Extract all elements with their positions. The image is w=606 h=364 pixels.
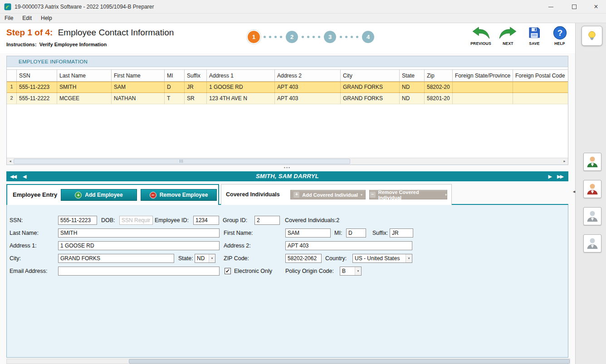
suffix-input[interactable]: [390, 228, 413, 238]
policy-origin-select[interactable]: B ▾: [340, 267, 362, 276]
group-id-label: Group ID:: [223, 216, 247, 225]
step-dot: [274, 36, 277, 38]
menu-file[interactable]: File: [5, 15, 13, 21]
hint-button[interactable]: [582, 26, 602, 46]
person-gray-icon: [586, 209, 599, 223]
help-label: HELP: [547, 41, 572, 46]
state-value: ND: [195, 255, 209, 262]
add-employee-button[interactable]: + Add Employee: [61, 189, 137, 201]
first-name-input[interactable]: [285, 228, 331, 238]
save-button[interactable]: SAVE: [522, 25, 547, 46]
scroll-grip-icon[interactable]: [180, 160, 183, 163]
column-header-mi[interactable]: MI: [165, 70, 185, 81]
cell-address1: 1 GOOSE RD: [207, 82, 275, 93]
grid-row-selected[interactable]: 1 555-11-2223 SMITH SAM D JR 1 GOOSE RD …: [7, 82, 568, 93]
employee-avatar-button-1[interactable]: [583, 153, 601, 171]
person-gray-icon: [586, 237, 599, 250]
city-input[interactable]: [58, 254, 174, 263]
grid-row[interactable]: 2 555-11-2222 MCGEE NATHAN T SR 123 4TH …: [7, 93, 568, 104]
group-id-input[interactable]: [254, 216, 280, 225]
splitter-handle[interactable]: •••: [6, 166, 568, 170]
floppy-disk-icon: [522, 25, 547, 40]
app-icon: [4, 3, 11, 10]
column-header-zip[interactable]: Zip: [425, 70, 453, 81]
employee-grid: EMPLOYEE INFORMATION SSN Last Name First…: [6, 56, 568, 165]
last-name-input[interactable]: [58, 228, 220, 238]
bottom-horizontal-scrollbar[interactable]: [6, 359, 570, 364]
employee-avatar-button-3[interactable]: [583, 207, 601, 225]
employee-avatar-button-2[interactable]: [583, 180, 601, 198]
column-header-address2[interactable]: Address 2: [275, 70, 341, 81]
collapse-sidebar-icon[interactable]: ◀: [572, 186, 576, 197]
grid-horizontal-scrollbar[interactable]: ◂ ▸: [7, 158, 568, 165]
menu-help[interactable]: Help: [41, 15, 52, 21]
state-select[interactable]: ND ▾: [195, 254, 215, 263]
page-title: Employee Contact Information: [58, 28, 174, 37]
cell-mi: T: [165, 93, 185, 104]
previous-label: PREVIOUS: [468, 41, 494, 46]
minimize-button[interactable]: [541, 0, 561, 14]
email-input[interactable]: [58, 267, 220, 276]
employee-avatar-button-4[interactable]: [583, 234, 601, 252]
scroll-right-button[interactable]: ▸: [561, 158, 568, 165]
column-header-foreign-postal[interactable]: Foreign Postal Code: [513, 70, 568, 81]
zip-input[interactable]: [285, 254, 322, 263]
policy-origin-label: Policy Origin Code:: [285, 267, 334, 276]
previous-record-button[interactable]: ◀: [23, 171, 26, 181]
next-label: NEXT: [495, 41, 521, 46]
column-header-address1[interactable]: Address 1: [207, 70, 275, 81]
maximize-button[interactable]: [564, 0, 584, 14]
cell-first-name: SAM: [112, 82, 165, 93]
bottom-scroll-thumb[interactable]: [129, 359, 570, 364]
cell-state: ND: [400, 93, 425, 104]
previous-button[interactable]: PREVIOUS: [468, 25, 494, 46]
save-label: SAVE: [522, 41, 547, 46]
previous-arrow-icon: [468, 25, 494, 40]
step-label: Step 1 of 4:: [6, 28, 53, 37]
column-header-last-name[interactable]: Last Name: [57, 70, 112, 81]
address1-input[interactable]: [58, 241, 220, 250]
column-header-suffix[interactable]: Suffix: [185, 70, 207, 81]
last-record-button[interactable]: ▶▶: [557, 171, 563, 181]
window-title: 19-0000073 Aatrix Software - 2022 1095/1…: [15, 4, 154, 10]
employee-id-input[interactable]: [193, 216, 219, 225]
column-header-foreign-state[interactable]: Foreign State/Province: [453, 70, 513, 81]
menu-bar: File Edit Help: [0, 14, 606, 23]
record-nav-bar: ◀◀ ◀ SMITH, SAM DARRYL ▶ ▶▶: [6, 171, 568, 181]
menu-edit[interactable]: Edit: [22, 15, 32, 21]
column-header-state[interactable]: State: [400, 70, 425, 81]
tab-covered-individuals-label[interactable]: Covered Individuals: [226, 191, 280, 198]
next-record-button[interactable]: ▶: [548, 171, 552, 181]
current-record-name: SMITH, SAM DARRYL: [6, 171, 568, 181]
step-dots: [340, 36, 358, 38]
first-record-button[interactable]: ◀◀: [10, 171, 16, 181]
cell-first-name: NATHAN: [112, 93, 165, 104]
step-dot: [302, 36, 304, 38]
dob-label: DOB:: [101, 216, 115, 225]
country-select[interactable]: US - United States ▾: [352, 254, 412, 263]
close-button[interactable]: ×: [586, 0, 606, 14]
add-covered-individual-button[interactable]: + Add Covered Individual ▾: [290, 190, 366, 199]
mi-input[interactable]: [346, 228, 366, 238]
address2-input[interactable]: [285, 241, 412, 250]
electronic-only-checkbox[interactable]: ✓: [225, 268, 231, 274]
tab-covered-individuals[interactable]: Covered Individuals + Add Covered Indivi…: [221, 184, 452, 205]
dob-input[interactable]: [119, 216, 153, 225]
ssn-input[interactable]: [58, 216, 97, 225]
column-header-ssn[interactable]: SSN: [17, 70, 57, 81]
step-dots: [302, 36, 320, 38]
employee-id-label: Employee ID:: [155, 216, 189, 225]
next-button[interactable]: NEXT: [495, 25, 521, 46]
step-circle-1: 1: [248, 31, 260, 43]
scroll-left-button[interactable]: ◂: [7, 158, 14, 165]
cell-address1: 123 4TH AVE N: [207, 93, 275, 104]
tab-employee-entry[interactable]: Employee Entry + Add Employee − Remove E…: [6, 184, 219, 205]
person-red-icon: [586, 182, 599, 196]
step-dot: [307, 36, 309, 38]
remove-covered-individual-button[interactable]: − Remove Covered Individual ▾: [369, 190, 447, 199]
scroll-thumb[interactable]: [14, 159, 350, 164]
remove-employee-button[interactable]: − Remove Employee: [141, 189, 217, 201]
help-button[interactable]: ? HELP: [547, 25, 572, 46]
column-header-city[interactable]: City: [341, 70, 400, 81]
column-header-first-name[interactable]: First Name: [112, 70, 165, 81]
